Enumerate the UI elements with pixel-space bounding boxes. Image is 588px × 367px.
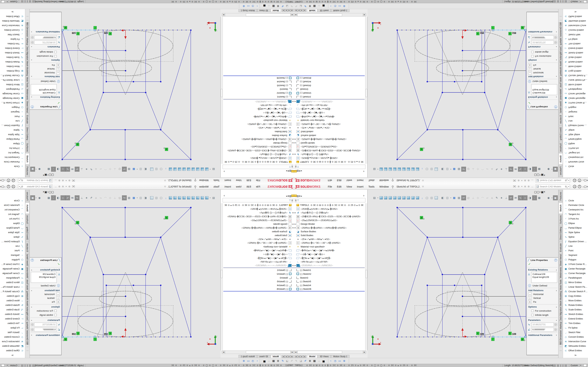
headsup-icon[interactable]: ∗ [499,195,504,200]
headsup-icon[interactable]: ◇ [476,167,480,172]
headsup-icon[interactable]: ↩ [75,195,79,200]
tree-row[interactable]: ○25ИN◎◦╋A∩°3Ɛ○◦○3Ɛ°∩A╋◦◎NИ52○ [223,241,294,245]
search-input[interactable]: Search CAD Models [540,179,564,182]
search-dropdown-icon[interactable]: ▾ [19,180,21,182]
length-field[interactable]: 10.88152731 [34,323,57,326]
sketch-tool-item[interactable]: ∾Style Spline [563,132,588,137]
section-parameters[interactable]: Parameters ▴ [30,45,61,49]
help-icon[interactable]: ? [7,185,10,188]
sketch-tool-item[interactable]: ⊂Offset Entities [0,14,25,19]
child-window-button[interactable]: ▢ [534,173,537,177]
tree-tab[interactable]: ◕ [286,170,287,172]
sketch-tool-item[interactable]: ◯Ellipse [563,141,588,146]
search-box[interactable]: Search CAD Models ▾ [536,178,570,183]
sketch-tool-item[interactable]: ƒEquation Driven Curve [563,123,588,128]
headsup-icon[interactable] [542,167,546,172]
tree-row[interactable]: (-) Sketch2 [223,91,294,95]
motionmanager-icon[interactable]: ▭ [337,359,342,362]
headsup-icon[interactable]: ⊥ [79,167,84,172]
headsup-icon[interactable] [384,196,387,200]
relations-list[interactable]: Collinear108 Equal length109 [531,84,557,95]
relations-list[interactable]: Collinear108 Equal length109 [31,272,57,283]
tree-row[interactable]: ○253Ɛ╋◦▴◎ΛAΦ○◦○ΦAΛ◎▴◦╋Ɛ352○ [223,156,294,160]
section-additional-parameters[interactable]: Additional Parameters ▾ [30,30,61,34]
headsup-icon[interactable]: ▾ [136,195,138,200]
commandmanager-tab[interactable]: Data Migration [559,307,563,321]
panel-help-icon[interactable]: ? [31,106,34,108]
section-additional-parameters[interactable]: Additional Parameters ▾ [527,30,558,34]
headsup-icon[interactable]: ▣ [30,167,35,172]
tree-row[interactable]: ○25∗∩*▴AM○◦○MA▴*∩∗52○ [223,237,294,241]
search-box[interactable]: Search CAD Models ▾ [536,184,570,189]
chevron-up-icon[interactable]: ▴ [31,46,32,48]
headsup-icon[interactable] [416,167,419,171]
tree-row[interactable]: (-) Sketch5 [294,84,365,88]
headsup-icon[interactable]: ∿ [65,195,70,200]
ok-button[interactable]: ✓ [30,100,61,105]
tree-row[interactable]: ○25▴◎25И3Ɛ25○◦○253ƐИ52◎▴52○ [294,218,365,222]
pin-icon[interactable] [392,186,394,187]
sketch-tool-item[interactable]: ⬡Polygon [563,105,588,109]
headsup-icon[interactable]: @ [117,167,122,172]
motionmanager-icon[interactable]: ◪ [285,5,289,8]
quick-icon[interactable]: ƆC [513,179,516,182]
headsup-icon[interactable] [407,196,410,200]
headsup-icon[interactable]: ▣ [553,195,558,200]
sketch-tool-item[interactable]: ↦Stretch Entities [563,312,588,317]
headsup-icon[interactable]: ∗ [499,167,504,172]
quick-icon[interactable]: ƆC [513,185,516,188]
tree-row[interactable]: (-) Sketch2 [294,272,365,276]
commandmanager-tab[interactable]: Surfaces [25,214,29,225]
relation-item[interactable]: Equal length109 [533,275,556,279]
commandmanager-tab[interactable]: Markup [559,37,563,46]
tree-tab[interactable]: ▤ [289,170,291,172]
section-options[interactable]: Options ▴ [30,58,61,62]
tab-model[interactable]: Model [270,9,281,12]
tree-vertical-scrollbar[interactable] [221,17,223,164]
tree-row[interactable]: (-) Sketch1 [223,95,294,99]
commandmanager-tab[interactable]: Sketch [559,153,563,165]
headsup-icon[interactable] [205,167,208,171]
tree-row[interactable]: Sketch3 [294,87,365,91]
tree-row[interactable]: ▶Design Binder [223,141,294,145]
child-window-button[interactable]: – [47,173,49,177]
sketch-tool-item[interactable]: ◯Ellipse [563,221,588,226]
tree-tab[interactable]: ⊕ [287,195,289,197]
tree-row[interactable] [223,291,294,292]
motionmanager-icon[interactable]: ▅ [262,5,267,8]
commandmanager-tab[interactable]: Sketch [559,202,563,214]
tree-row[interactable]: (-) Sketch6 [294,287,365,291]
window-button[interactable]: ▢ [1,179,4,182]
sketch-tool-item[interactable]: ⊢Extend Entities [0,317,25,321]
scrollbar-thumb[interactable] [221,270,222,278]
tree-row[interactable]: Sketch3 [223,87,294,91]
tree-row[interactable]: ○25╋3Ɛ25○ИN◎◦╋ƆƆƐ3∩Ɛ325○◦○523Ɛ∩3ƐƆƆ╋◦◎NИ… [223,215,294,218]
commandmanager-tab[interactable]: Mold Tools [25,76,29,88]
headsup-icon[interactable]: ∿ [518,167,523,172]
angle-field[interactable]: 0.00000000° [34,36,57,40]
sketch-tool-item[interactable]: ▪Point [563,248,588,253]
headsup-icon[interactable]: ↓ [420,195,424,200]
sketch-tool-item[interactable]: ◈3 Point Center Recta... [563,100,588,105]
motionmanager-icon[interactable]: ◷ [251,359,255,362]
headsup-icon[interactable]: • [61,167,65,172]
headsup-icon[interactable] [192,167,195,171]
quick-icon[interactable]: + [521,179,523,182]
tree-row[interactable]: (-) Sketch5 [294,280,365,284]
commandmanager-tab[interactable]: Evaluate [559,113,563,125]
horizontal-button[interactable]: — Horizontal [527,292,558,296]
tree-row[interactable]: TЯPDL2.⊙ 3Ɛ ⊙ Ш ⊙ ⊙ ⊙ ╋ ⊙ ƆC ⊙ 3Ɛ ⊙ ∙ ⊙ … [294,160,365,164]
chevron-down-icon[interactable]: ▾ [556,334,557,336]
commandmanager-tab[interactable]: Surfaces [559,214,563,225]
sketch-tool-item[interactable]: ◌Perimeter Circle [563,159,588,164]
chevron-up-icon[interactable]: ▴ [556,76,557,78]
headsup-icon[interactable]: ▢ [424,195,429,200]
section-existing-relations[interactable]: Existing Relations ▴ [527,268,558,272]
headsup-icon[interactable] [398,196,401,200]
sketch-tool-item[interactable]: ⌙Fit Spline [563,325,588,330]
commandmanager-tab[interactable]: Data Migration [559,46,563,60]
tree-tab[interactable]: ⊕ [299,170,301,172]
sketch-tool-item[interactable]: ⁂Circular Sketch Pattern [563,289,588,294]
chevron-up-icon[interactable]: ▴ [556,96,557,98]
tab-nav-button[interactable]: ▶ [300,9,303,12]
